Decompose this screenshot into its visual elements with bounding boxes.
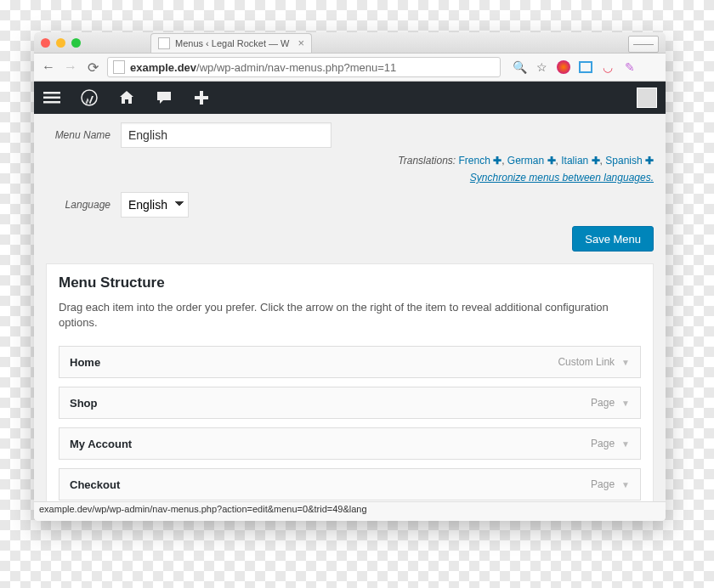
menu-item-name: My Account — [70, 438, 132, 450]
translations-line: Translations: French ✚, German ✚, Italia… — [46, 155, 654, 167]
browser-tab[interactable]: Menus ‹ Legal Rocket — W × — [150, 33, 312, 53]
menu-item-type: Page — [591, 478, 615, 490]
menu-item-name: Checkout — [70, 478, 120, 491]
extension-icon[interactable] — [557, 60, 570, 74]
translation-link-italian[interactable]: Italian — [561, 155, 588, 167]
window-menu-button[interactable] — [628, 36, 659, 53]
svg-rect-5 — [195, 96, 208, 99]
menu-structure-heading: Menu Structure — [59, 274, 641, 291]
status-bar: example.dev/wp/wp-admin/nav-menus.php?ac… — [34, 501, 666, 521]
reload-button[interactable]: ⟳ — [85, 59, 100, 76]
translation-link-spanish[interactable]: Spanish — [605, 155, 642, 167]
site-icon — [113, 60, 125, 74]
menu-structure-panel: Menu Structure Drag each item into the o… — [46, 263, 654, 513]
url-host: example.dev — [130, 61, 196, 74]
menu-item-name: Home — [70, 356, 100, 369]
menu-item[interactable]: My Account Page ▼ — [59, 427, 641, 460]
menu-item[interactable]: Home Custom Link ▼ — [59, 346, 641, 378]
extension-icon[interactable] — [579, 61, 592, 73]
zoom-window-button[interactable] — [71, 38, 81, 48]
comment-icon[interactable] — [155, 88, 173, 107]
synchronize-link[interactable]: Synchronize menus between languages. — [470, 172, 654, 184]
menu-item[interactable]: Checkout Page ▼ — [59, 468, 641, 500]
tab-title: Menus ‹ Legal Rocket — W — [175, 38, 290, 48]
page-icon — [158, 37, 170, 49]
bookmark-star-icon[interactable]: ☆ — [535, 60, 548, 74]
menu-item-type: Page — [591, 397, 615, 409]
toolbar-icons: 🔍 ☆ ◡ ✎ — [513, 60, 659, 74]
svg-rect-1 — [43, 97, 60, 99]
language-select[interactable]: English — [121, 192, 189, 218]
minimize-window-button[interactable] — [56, 38, 65, 48]
language-label: Language — [46, 199, 110, 211]
menu-structure-help: Drag each item into the order you prefer… — [59, 300, 641, 331]
translations-prefix: Translations: — [398, 155, 456, 167]
titlebar: Menus ‹ Legal Rocket — W × — [34, 32, 666, 54]
add-new-icon[interactable] — [192, 88, 211, 107]
translation-link-french[interactable]: French — [458, 155, 490, 167]
extension-icon[interactable]: ✎ — [623, 60, 637, 74]
menu-item[interactable]: Shop Page ▼ — [59, 387, 641, 419]
address-bar[interactable]: example.dev/wp/wp-admin/nav-menus.php?me… — [107, 57, 501, 77]
chevron-down-icon[interactable]: ▼ — [621, 399, 630, 408]
chevron-down-icon[interactable]: ▼ — [621, 480, 630, 489]
menu-name-input[interactable] — [121, 122, 332, 148]
wordpress-logo-icon[interactable] — [80, 88, 99, 107]
url-path: /wp/wp-admin/nav-menus.php?menu=11 — [196, 61, 396, 74]
window-controls — [41, 38, 81, 48]
chevron-down-icon[interactable]: ▼ — [621, 358, 630, 367]
wp-admin-bar — [34, 82, 666, 114]
menu-item-name: Shop — [70, 397, 98, 410]
plus-icon[interactable]: ✚ — [592, 155, 600, 167]
menu-item-type: Page — [591, 438, 615, 449]
home-icon[interactable] — [117, 88, 136, 107]
plus-icon[interactable]: ✚ — [547, 155, 556, 167]
plus-icon[interactable]: ✚ — [493, 155, 502, 167]
close-tab-icon[interactable]: × — [298, 37, 305, 49]
menu-item-type: Custom Link — [558, 356, 615, 368]
translation-link-german[interactable]: German — [507, 155, 544, 167]
menu-name-label: Menu Name — [46, 129, 110, 141]
user-avatar[interactable] — [637, 88, 657, 108]
browser-window: Menus ‹ Legal Rocket — W × ← → ⟳ example… — [34, 32, 666, 521]
svg-rect-2 — [43, 101, 60, 104]
hamburger-menu-icon[interactable] — [645, 60, 659, 74]
pocket-icon[interactable]: ◡ — [601, 60, 615, 74]
hamburger-icon[interactable] — [42, 88, 61, 107]
search-icon[interactable]: 🔍 — [513, 60, 526, 74]
chevron-down-icon[interactable]: ▼ — [621, 439, 630, 449]
plus-icon[interactable]: ✚ — [645, 155, 654, 167]
svg-point-3 — [82, 90, 97, 105]
admin-content: Menu Name Translations: French ✚, German… — [34, 114, 666, 521]
forward-button[interactable]: → — [63, 59, 78, 75]
browser-toolbar: ← → ⟳ example.dev/wp/wp-admin/nav-menus.… — [34, 54, 666, 82]
back-button[interactable]: ← — [41, 59, 56, 75]
save-menu-button[interactable]: Save Menu — [572, 226, 654, 252]
close-window-button[interactable] — [41, 38, 50, 48]
svg-rect-0 — [43, 92, 60, 94]
